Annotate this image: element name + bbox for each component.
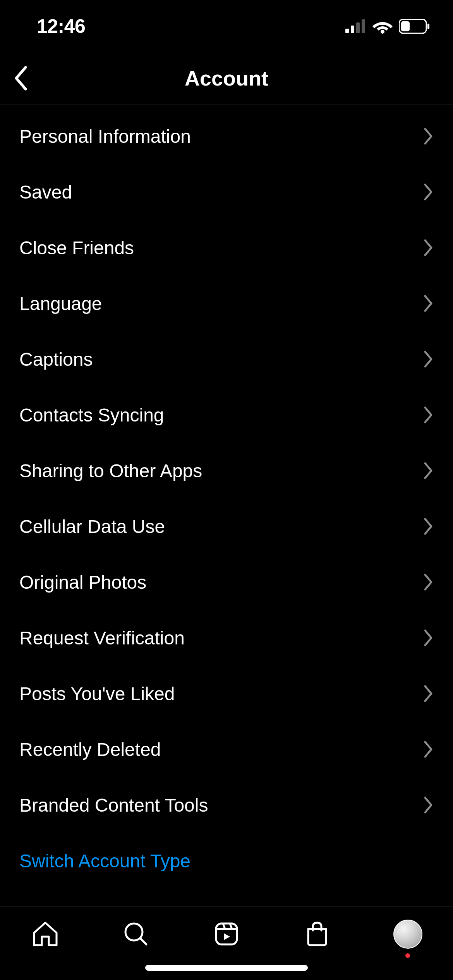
svg-rect-0	[345, 29, 349, 33]
tab-home[interactable]	[30, 918, 61, 949]
svg-rect-1	[351, 26, 354, 33]
list-item-recently-deleted[interactable]: Recently Deleted	[0, 721, 453, 777]
status-icons	[345, 19, 430, 34]
svg-rect-2	[356, 22, 360, 33]
list-item-label: Request Verification	[19, 627, 185, 649]
chevron-right-icon	[423, 239, 434, 257]
list-item-label: Switch Account Type	[19, 850, 190, 872]
home-icon	[32, 920, 59, 947]
list-item-label: Sharing to Other Apps	[19, 460, 202, 481]
list-item-cellular-data-use[interactable]: Cellular Data Use	[0, 499, 453, 554]
tab-shop[interactable]	[302, 918, 333, 949]
chevron-right-icon	[423, 629, 434, 647]
chevron-right-icon	[423, 573, 434, 591]
list-item-label: Posts You've Liked	[19, 683, 175, 704]
chevron-right-icon	[423, 796, 434, 814]
chevron-right-icon	[423, 350, 434, 368]
status-time: 12:46	[37, 15, 85, 38]
list-item-saved[interactable]: Saved	[0, 164, 453, 220]
svg-line-9	[141, 939, 146, 944]
chevron-right-icon	[423, 462, 434, 480]
wifi-icon	[372, 19, 393, 34]
battery-icon	[399, 19, 430, 34]
list-item-label: Captions	[19, 349, 93, 370]
reels-icon	[213, 920, 240, 947]
list-item-sharing-to-other-apps[interactable]: Sharing to Other Apps	[0, 443, 453, 499]
chevron-right-icon	[423, 740, 434, 758]
svg-rect-6	[401, 21, 410, 31]
list-item-branded-content-tools[interactable]: Branded Content Tools	[0, 777, 453, 833]
list-item-captions[interactable]: Captions	[0, 331, 453, 387]
tab-reels[interactable]	[211, 918, 242, 949]
list-item-label: Cellular Data Use	[19, 516, 165, 537]
cellular-icon	[345, 19, 366, 33]
home-indicator[interactable]	[145, 965, 308, 971]
svg-point-4	[381, 30, 384, 34]
shop-icon	[304, 920, 331, 947]
list-item-label: Recently Deleted	[19, 739, 161, 760]
list-item-label: Personal Information	[19, 126, 191, 147]
back-button[interactable]	[12, 64, 30, 92]
list-item-label: Close Friends	[19, 237, 134, 259]
tab-profile[interactable]	[392, 918, 423, 949]
list-item-label: Contacts Syncing	[19, 404, 164, 426]
chevron-left-icon	[12, 64, 30, 92]
list-item-label: Original Photos	[19, 572, 146, 593]
chevron-right-icon	[423, 517, 434, 535]
list-item-posts-youve-liked[interactable]: Posts You've Liked	[0, 666, 453, 721]
svg-rect-3	[362, 19, 365, 33]
list-item-language[interactable]: Language	[0, 276, 453, 331]
nav-header: Account	[0, 52, 453, 105]
svg-rect-10	[216, 923, 237, 944]
chevron-right-icon	[423, 685, 434, 702]
chevron-right-icon	[423, 295, 434, 312]
svg-rect-7	[427, 24, 429, 29]
list-item-label: Saved	[19, 182, 72, 203]
chevron-right-icon	[423, 183, 434, 201]
chevron-right-icon	[423, 127, 434, 145]
search-icon	[122, 920, 149, 947]
list-item-close-friends[interactable]: Close Friends	[0, 220, 453, 276]
settings-list: Personal Information Saved Close Friends…	[0, 105, 453, 889]
list-item-label: Language	[19, 293, 102, 314]
notification-dot-icon	[405, 953, 410, 958]
list-item-original-photos[interactable]: Original Photos	[0, 554, 453, 610]
tab-search[interactable]	[120, 918, 151, 949]
chevron-right-icon	[423, 406, 434, 424]
switch-account-type-button[interactable]: Switch Account Type	[0, 833, 453, 889]
list-item-contacts-syncing[interactable]: Contacts Syncing	[0, 387, 453, 443]
list-item-label: Branded Content Tools	[19, 795, 208, 816]
status-bar: 12:46	[0, 0, 453, 52]
page-title: Account	[0, 66, 453, 90]
avatar-icon	[393, 920, 422, 949]
list-item-request-verification[interactable]: Request Verification	[0, 610, 453, 666]
list-item-personal-information[interactable]: Personal Information	[0, 108, 453, 164]
